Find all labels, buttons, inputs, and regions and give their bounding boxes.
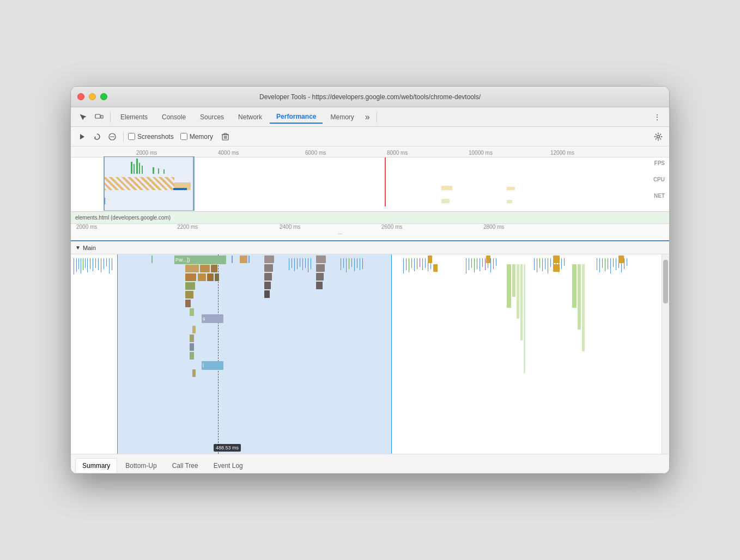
device-toggle-icon[interactable] — [92, 109, 107, 125]
flame-bar-parse[interactable]: Par...]) — [174, 255, 226, 264]
gray-bar1[interactable] — [264, 255, 274, 263]
gray-bar-r4[interactable] — [316, 282, 323, 289]
timeline-dots: ... — [338, 229, 342, 235]
flame-bar-r3[interactable] — [486, 255, 490, 263]
trash-button[interactable] — [219, 130, 232, 143]
zoom-label-2000: 2000 ms — [76, 224, 97, 230]
timeline-overview[interactable]: 2000 ms 4000 ms 6000 ms 8000 ms 10000 ms… — [71, 147, 669, 212]
gray-bar3[interactable] — [264, 273, 272, 281]
scrollbar[interactable] — [662, 254, 669, 454]
gray-bar5[interactable] — [264, 290, 270, 298]
selection-right-handle[interactable] — [193, 156, 195, 211]
zoom-label-2600: 2600 ms — [381, 224, 402, 230]
traffic-lights — [77, 93, 107, 100]
screenshots-checkbox-label[interactable]: Screenshots — [128, 133, 174, 141]
zoom-timeline: 2000 ms 2200 ms 2400 ms 2600 ms 2800 ms … — [71, 224, 669, 241]
green-bar-right1 — [507, 264, 511, 308]
tab-elements[interactable]: Elements — [114, 111, 154, 123]
inspect-icon[interactable] — [75, 109, 90, 125]
activity-right2 — [463, 255, 501, 275]
tab-summary[interactable]: Summary — [75, 458, 117, 473]
clear-button[interactable] — [106, 130, 119, 143]
flame-bar-s[interactable]: s — [202, 314, 223, 323]
nav-bar: Elements Console Sources Network Perform… — [71, 107, 669, 127]
depth-bar10[interactable] — [190, 334, 194, 342]
window-title: Developer Tools - https://developers.goo… — [259, 93, 481, 101]
timeline-selection[interactable] — [104, 156, 193, 211]
time-label-12000: 12000 ms — [550, 150, 574, 156]
breadcrumb-text: elements.html (developers.google.com) — [75, 215, 171, 221]
tab-performance[interactable]: Performance — [270, 111, 323, 124]
in-sel-bar2[interactable] — [240, 255, 247, 263]
memory-checkbox-label[interactable]: Memory — [180, 133, 213, 141]
svg-rect-0 — [95, 114, 100, 118]
scrollbar-thumb[interactable] — [663, 260, 668, 303]
zoom-label-2200: 2200 ms — [177, 224, 198, 230]
reload-button[interactable] — [90, 130, 104, 143]
gray-bar-r1[interactable] — [316, 255, 326, 263]
close-button[interactable] — [77, 93, 84, 100]
flame-area[interactable]: ▼ Main — [71, 241, 669, 454]
time-label-8000: 8000 ms — [387, 150, 408, 156]
depth-bar8[interactable] — [190, 308, 194, 316]
depth-bar7[interactable] — [185, 300, 191, 307]
depth-bar2[interactable] — [198, 273, 206, 281]
record-button[interactable] — [75, 130, 88, 143]
depth-bar3[interactable] — [207, 273, 214, 281]
tab-memory[interactable]: Memory — [324, 111, 360, 123]
cursor-line — [218, 254, 219, 454]
toolbar-separator — [123, 132, 124, 142]
tab-call-tree[interactable]: Call Tree — [165, 458, 205, 473]
depth-bar5[interactable] — [185, 282, 195, 290]
tab-network[interactable]: Network — [232, 111, 269, 123]
activity-mid — [286, 255, 313, 275]
screenshots-checkbox[interactable] — [128, 133, 135, 140]
minimize-button[interactable] — [89, 93, 96, 100]
settings-button[interactable] — [652, 130, 665, 143]
in-sel-bar1[interactable] — [232, 255, 233, 263]
more-tabs-button[interactable]: » — [362, 111, 373, 123]
maximize-button[interactable] — [100, 93, 107, 100]
svg-point-14 — [657, 135, 660, 138]
flame-bar-l[interactable]: l — [202, 361, 223, 370]
green-bar-right4 — [520, 264, 523, 340]
flame-bar-r6[interactable] — [618, 255, 624, 263]
selection-left-handle[interactable] — [104, 156, 105, 211]
memory-checkbox[interactable] — [180, 133, 187, 140]
flame-bar-task3[interactable] — [211, 265, 217, 272]
selection-start-line — [117, 254, 118, 454]
nav-separator-2 — [377, 112, 377, 123]
gray-bar-r2[interactable] — [316, 264, 325, 272]
depth-bar6[interactable] — [185, 291, 193, 299]
depth-bar11[interactable] — [190, 343, 194, 351]
tab-sources[interactable]: Sources — [193, 111, 231, 123]
flame-bar-net1[interactable] — [151, 255, 153, 263]
flame-bar-r4[interactable] — [553, 255, 560, 263]
tab-event-log[interactable]: Event Log — [207, 458, 250, 473]
flame-bar-r1[interactable] — [428, 255, 432, 263]
nav-right: ⋮ — [650, 109, 665, 125]
gray-bar4[interactable] — [264, 282, 271, 289]
flame-bar-task1[interactable] — [185, 265, 199, 272]
collapse-triangle[interactable]: ▼ — [75, 245, 81, 251]
breadcrumb-bar: elements.html (developers.google.com) — [71, 212, 669, 224]
depth-bar9[interactable] — [192, 326, 196, 333]
depth-bar1[interactable] — [185, 273, 196, 281]
depth-bar4[interactable] — [215, 273, 219, 281]
flame-bar-task2[interactable] — [200, 265, 210, 272]
gear-area — [652, 130, 665, 143]
depth-bar13[interactable] — [192, 369, 196, 377]
section-label: Main — [83, 245, 96, 251]
gray-bar-r3[interactable] — [316, 273, 324, 281]
depth-bar12[interactable] — [190, 352, 194, 360]
devtools-menu-icon[interactable]: ⋮ — [650, 109, 665, 125]
flame-bar-r5[interactable] — [553, 264, 560, 272]
flame-content[interactable]: Par...]) s l — [71, 254, 669, 454]
tab-bottom-up[interactable]: Bottom-Up — [118, 458, 163, 473]
gray-bar2[interactable] — [264, 264, 273, 272]
flame-bar-r2[interactable] — [433, 264, 438, 272]
in-sel-bar3[interactable] — [248, 255, 250, 263]
net-bar2 — [441, 199, 450, 203]
tab-console[interactable]: Console — [155, 111, 192, 123]
green-bar-right2 — [512, 264, 515, 297]
